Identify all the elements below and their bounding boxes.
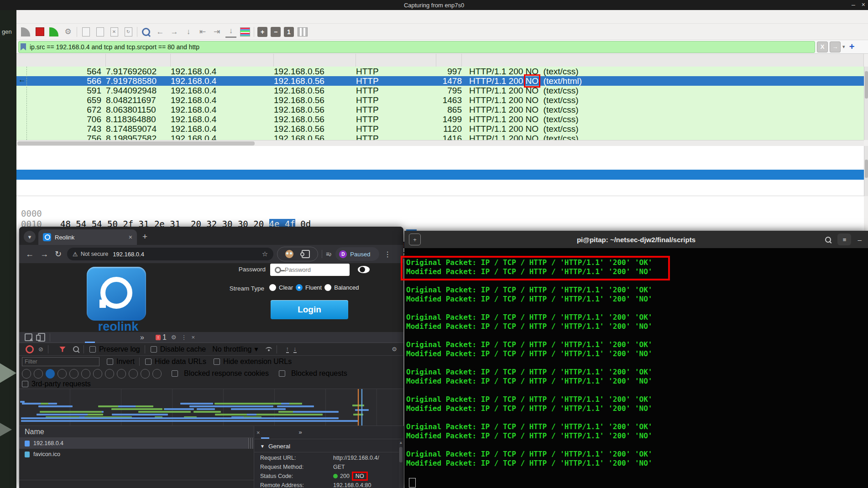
extensions-icon[interactable] [302,250,310,258]
auto-scroll-icon[interactable]: ↓ [225,26,236,38]
third-party-checkbox[interactable] [22,381,28,387]
terminal-search-icon[interactable] [825,237,831,243]
radio-icon[interactable] [269,284,276,291]
login-button[interactable]: Login [271,300,348,319]
devtools-tab[interactable] [125,332,135,343]
column-header[interactable] [436,54,462,67]
profile-avatar[interactable] [285,250,293,258]
request-row[interactable]: favicon.ico [19,449,254,460]
go-to-packet-icon[interactable]: ↓ [183,26,194,37]
packet-row[interactable]: 659 8.048211697 192.168.0.4 192.168.0.56… [16,95,864,105]
show-password-eye-icon[interactable] [358,266,370,273]
record-network-icon[interactable] [26,345,34,353]
new-tab-button[interactable]: + [142,232,147,242]
request-type-chip[interactable] [141,369,150,379]
preserve-log-checkbox[interactable] [89,346,96,353]
zoom-normal-icon[interactable]: 1 [284,27,294,37]
apply-filter-button[interactable]: → [830,42,841,52]
password-field[interactable] [270,264,350,276]
blocked-cookies-label[interactable]: Blocked response cookies [184,369,269,378]
packet-row[interactable]: 743 8.174859074 192.168.0.4 192.168.0.56… [16,124,864,134]
blocked-requests-checkbox[interactable] [279,370,285,377]
hex-row[interactable]: 0000 48 54 54 50 2f 31 2e 31 20 32 30 30… [16,198,864,208]
column-header[interactable] [16,54,106,67]
clear-filter-button[interactable]: X [817,42,828,52]
panel-tab[interactable] [261,426,269,439]
profile-extensions-pill[interactable] [277,247,318,261]
request-type-chip[interactable] [117,369,126,379]
packet-row[interactable]: 756 8.198957582 192.168.0.4 192.168.0.56… [16,134,864,140]
minimize-icon[interactable]: – [852,1,855,8]
request-type-chip[interactable] [58,369,67,379]
hide-data-urls-checkbox[interactable] [145,358,152,365]
request-type-chip[interactable] [152,369,162,379]
panel-scrollbar[interactable]: ▲ [399,441,403,488]
network-search-icon[interactable] [73,346,79,352]
close-icon[interactable]: × [862,1,865,8]
request-type-chip[interactable] [81,369,90,379]
request-type-chip[interactable] [34,369,43,379]
packet-row[interactable]: 566 7.919788580 192.168.0.4 192.168.0.56… [16,76,864,86]
not-secure-warning-icon[interactable]: ⚠ [73,251,78,258]
column-header[interactable] [462,54,864,67]
panel-more-icon[interactable]: » [295,426,306,439]
request-type-chip[interactable] [22,369,31,379]
disable-cache-label[interactable]: Disable cache [160,345,206,353]
network-filter-input[interactable] [22,357,99,366]
column-header[interactable] [171,54,274,67]
close-file-icon[interactable]: ✕ [109,26,120,37]
first-packet-icon[interactable]: ⇤ [197,26,208,37]
detail-line[interactable] [16,170,864,180]
devtools-tab[interactable] [55,332,65,343]
bookmark-icon[interactable] [21,43,26,51]
packet-row[interactable]: 564 7.917692602 192.168.0.4 192.168.0.56… [16,67,864,76]
add-filter-button[interactable]: + [847,42,857,52]
blocked-requests-label[interactable]: Blocked requests [291,369,347,378]
column-header[interactable] [274,54,356,67]
stream-option[interactable]: Clear [269,284,293,291]
go-back-icon[interactable]: ← [155,26,166,37]
close-panel-icon[interactable]: × [256,429,260,436]
browser-tab[interactable]: Reolink × [38,229,137,245]
debugger-paused-pill[interactable]: D Paused [335,247,379,261]
hide-data-urls-label[interactable]: Hide data URLs [155,358,206,366]
throttling-dropdown[interactable]: No throttling ▾ [212,345,258,353]
reload-file-icon[interactable]: ↻ [123,26,134,37]
devtools-tab[interactable] [65,332,75,343]
filter-funnel-icon[interactable] [59,347,66,352]
bookmark-star-icon[interactable]: ☆ [262,250,268,258]
packet-row[interactable]: 706 8.118364880 192.168.0.4 192.168.0.56… [16,114,864,124]
devtools-tab[interactable] [95,332,105,343]
column-header[interactable] [106,54,171,67]
devtools-menu-icon[interactable]: ⋮ [181,334,187,341]
devtools-tab[interactable] [105,332,115,343]
request-type-chip[interactable] [129,369,138,379]
go-forward-icon[interactable]: → [169,26,180,37]
zoom-in-icon[interactable]: + [257,27,267,37]
clear-network-icon[interactable]: ⊘ [38,346,43,353]
packet-row[interactable]: 591 7.944092948 192.168.0.4 192.168.0.56… [16,86,864,95]
terminal-new-tab-icon[interactable]: + [409,234,421,245]
general-section-header[interactable]: ▼ General [254,441,399,452]
detail-line[interactable] [16,160,864,170]
stream-option[interactable]: Fluent [296,284,322,291]
network-settings-icon[interactable]: ⚙ [392,346,397,353]
zoom-out-icon[interactable]: − [271,27,281,37]
column-header[interactable] [356,54,436,67]
network-conditions-icon[interactable] [266,347,272,352]
details-vscrollbar[interactable] [864,146,868,196]
open-file-icon[interactable] [80,26,91,37]
panel-tab[interactable] [277,426,286,439]
invert-label[interactable]: Invert [116,358,135,366]
import-har-icon[interactable]: ↑ [286,345,289,353]
media-controls-icon[interactable]: ≡♪ [326,250,331,258]
packet-list-hscrollbar[interactable] [16,140,864,146]
name-column-header[interactable]: Name [25,428,44,436]
resize-columns-icon[interactable] [297,26,308,37]
disable-cache-checkbox[interactable] [151,346,157,353]
find-packet-icon[interactable] [141,26,152,37]
request-table-scrollbar[interactable] [248,438,253,449]
password-input[interactable] [284,266,340,274]
error-badge[interactable]: ! 1 [156,333,167,342]
detail-line[interactable] [16,150,864,160]
